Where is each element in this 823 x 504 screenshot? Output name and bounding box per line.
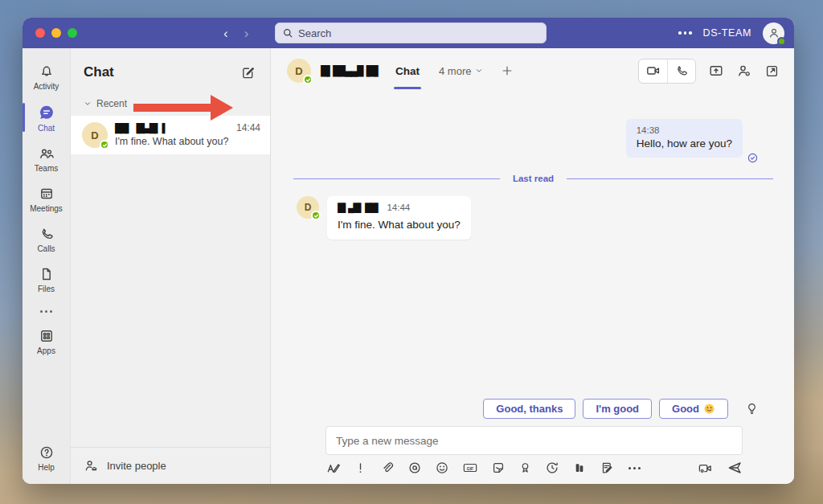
suggested-reply-button[interactable]: Good, thanks xyxy=(483,399,575,419)
message-text: Hello, how are you? xyxy=(637,137,732,150)
send-button[interactable] xyxy=(727,460,743,476)
title-bar: ‹ › Search DS-TEAM xyxy=(23,18,794,48)
suggested-reply-button[interactable]: I'm good xyxy=(583,399,652,419)
incoming-message: D █▌▄█▌ ██▌ 14:44 I'm fine. What about y… xyxy=(297,196,471,240)
praise-button[interactable] xyxy=(518,461,532,475)
sidebar-item-help[interactable]: Help xyxy=(23,439,70,479)
apps-grid-icon xyxy=(39,328,55,344)
chat-item-name: ██▌ ▐█▄█▌ ▌ xyxy=(115,123,167,133)
popout-chat-button[interactable] xyxy=(764,64,780,79)
conversation-avatar[interactable]: D xyxy=(287,59,311,83)
compose-more-button[interactable] xyxy=(627,467,642,469)
team-name: DS-TEAM xyxy=(703,27,751,39)
invite-person-icon xyxy=(84,458,99,473)
calendar-icon xyxy=(39,186,55,202)
loop-component-button[interactable] xyxy=(407,461,422,475)
sidebar-item-chat[interactable]: Chat xyxy=(23,98,70,140)
back-button[interactable]: ‹ xyxy=(223,27,228,40)
chat-item-time: 14:44 xyxy=(236,122,260,133)
teams-window: ‹ › Search DS-TEAM Activity Chat xyxy=(23,18,794,484)
approvals-button[interactable] xyxy=(600,461,614,475)
svg-text:GIF: GIF xyxy=(467,466,473,471)
titlebar-more-icon[interactable] xyxy=(678,31,692,35)
search-input[interactable]: Search xyxy=(275,23,547,43)
sticker-button[interactable] xyxy=(491,461,506,475)
sidebar-item-label: Meetings xyxy=(30,204,63,213)
chat-list-item[interactable]: D ██▌ ▐█▄█▌ ▌ 14:44 I'm fine. What about… xyxy=(71,116,270,154)
tab-chat[interactable]: Chat xyxy=(394,60,421,82)
sidebar-more-icon[interactable] xyxy=(40,301,52,322)
sidebar-item-label: Activity xyxy=(34,82,59,91)
maximize-window-button[interactable] xyxy=(68,28,77,38)
sidebar-item-label: Chat xyxy=(38,124,55,133)
incoming-message-bubble: █▌▄█▌ ██▌ 14:44 I'm fine. What about you… xyxy=(327,196,471,240)
sidebar-item-label: Help xyxy=(38,463,55,472)
loop-icon xyxy=(407,461,422,475)
sidebar-item-apps[interactable]: Apps xyxy=(23,322,70,363)
video-clip-icon xyxy=(697,461,714,476)
sidebar-item-calls[interactable]: Calls xyxy=(23,220,70,260)
minimize-window-button[interactable] xyxy=(51,28,61,38)
popout-icon xyxy=(764,64,780,79)
chat-item-preview: I'm fine. What about you? xyxy=(115,136,228,147)
message-avatar: D xyxy=(297,196,319,219)
gif-icon: GIF xyxy=(462,461,478,475)
message-input[interactable] xyxy=(336,435,732,447)
call-button-group xyxy=(638,59,696,84)
message-time: 14:38 xyxy=(637,125,732,135)
sidebar-item-teams[interactable]: Teams xyxy=(23,140,70,180)
read-receipt-icon xyxy=(747,152,759,164)
schedule-send-button[interactable] xyxy=(545,461,559,475)
share-screen-icon xyxy=(708,63,724,79)
add-people-button[interactable] xyxy=(736,63,752,79)
recent-section-header[interactable]: Recent xyxy=(71,87,270,116)
invite-people-button[interactable]: Invite people xyxy=(71,447,270,484)
compose-box xyxy=(326,426,743,455)
format-button[interactable] xyxy=(326,461,341,476)
new-chat-button[interactable] xyxy=(240,65,256,80)
file-icon xyxy=(39,266,55,282)
add-tab-button[interactable] xyxy=(501,64,514,77)
sticker-icon xyxy=(491,461,506,475)
help-icon xyxy=(39,445,55,461)
emoji-button[interactable] xyxy=(435,461,449,475)
attach-button[interactable] xyxy=(380,461,395,475)
sidebar-item-activity[interactable]: Activity xyxy=(23,58,70,98)
praise-ribbon-icon xyxy=(518,461,532,475)
paperclip-icon xyxy=(380,461,395,475)
presence-available-icon xyxy=(100,140,109,150)
format-icon xyxy=(326,461,341,476)
more-tabs-dropdown[interactable]: 4 more xyxy=(439,65,482,77)
plus-icon xyxy=(501,64,514,77)
sidebar-item-files[interactable]: Files xyxy=(23,260,70,301)
share-screen-button[interactable] xyxy=(708,63,724,79)
message-history: 14:38 Hello, how are you? Last read D xyxy=(271,93,794,399)
giphy-button[interactable]: GIF xyxy=(462,461,478,475)
person-add-icon xyxy=(736,63,752,79)
message-sender: █▌▄█▌ ██▌ xyxy=(338,203,380,212)
compose-toolbar: GIF xyxy=(326,460,743,476)
suggested-reply-button[interactable]: Good xyxy=(659,399,728,419)
conversation-peer-name: █▌██▄▄█▐█▌ xyxy=(321,65,381,76)
importance-button[interactable] xyxy=(354,461,367,475)
sidebar-item-meetings[interactable]: Meetings xyxy=(23,180,70,220)
suggestions-toggle-button[interactable] xyxy=(745,402,759,416)
phone-icon xyxy=(39,226,55,242)
video-clip-button[interactable] xyxy=(697,461,714,476)
forward-button[interactable]: › xyxy=(244,27,249,40)
audio-call-button[interactable] xyxy=(667,59,695,83)
chat-list-panel: Chat Recent D ██▌ ▐█▄█▌ ▌ xyxy=(71,48,271,484)
sidebar-item-label: Calls xyxy=(37,244,55,253)
close-window-button[interactable] xyxy=(35,28,45,38)
last-read-label: Last read xyxy=(500,174,567,183)
viva-app-button[interactable] xyxy=(572,461,587,475)
lightbulb-icon xyxy=(745,402,759,416)
sidebar-item-label: Apps xyxy=(37,346,55,355)
profile-avatar[interactable] xyxy=(763,23,784,44)
emoji-icon xyxy=(435,461,449,475)
conversation-pane: D █▌██▄▄█▐█▌ Chat 4 more xyxy=(271,48,794,484)
video-call-button[interactable] xyxy=(639,59,667,83)
last-read-divider: Last read xyxy=(293,174,773,183)
video-camera-icon xyxy=(645,63,661,79)
chevron-down-icon xyxy=(84,100,92,108)
